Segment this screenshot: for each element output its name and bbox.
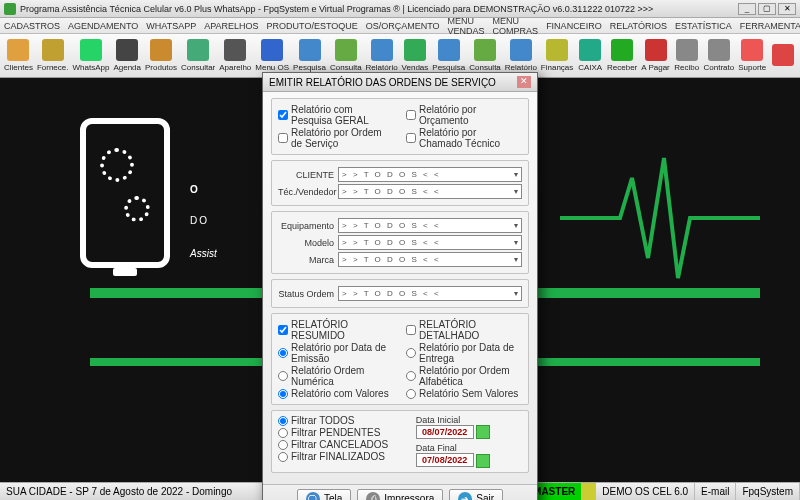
menu-produto-estoque[interactable]: PRODUTO/ESTOQUE xyxy=(267,21,358,31)
toolbar-icon xyxy=(676,39,698,61)
toolbar-relatrio[interactable]: Relatório xyxy=(365,36,399,76)
label-data-inicial: Data Inicial xyxy=(416,415,522,425)
toolbar-suporte[interactable]: Suporte xyxy=(737,36,767,76)
toolbar-receber[interactable]: Receber xyxy=(606,36,638,76)
toolbar-menuos[interactable]: Menu OS xyxy=(254,36,290,76)
toolbar-relatrio[interactable]: Relatório xyxy=(504,36,538,76)
btn-impressora[interactable]: ⎙Impressora xyxy=(357,489,443,500)
toolbar-contrato[interactable]: Contrato xyxy=(703,36,736,76)
menu-cadastros[interactable]: CADASTROS xyxy=(4,21,60,31)
btn-tela[interactable]: 🖵Tela xyxy=(297,489,351,500)
rad-filtrar-pendentes[interactable]: Filtrar PENDENTES xyxy=(278,427,406,438)
label-modelo: Modelo xyxy=(278,238,338,248)
minimize-button[interactable]: _ xyxy=(738,3,756,15)
rad-com-valores[interactable]: Relatório com Valores xyxy=(278,388,394,399)
dialog-titlebar: EMITIR RELATÓRIO DAS ORDENS DE SERVIÇO ✕ xyxy=(263,73,537,92)
toolbar-label: Agenda xyxy=(113,63,141,72)
chk-orcamento[interactable]: Relatório por Orçamento xyxy=(406,104,522,126)
dialog-close-button[interactable]: ✕ xyxy=(517,76,531,88)
screen-icon: 🖵 xyxy=(306,492,320,500)
maximize-button[interactable]: ▢ xyxy=(758,3,776,15)
rad-data-emissao[interactable]: Relatório por Data de Emissão xyxy=(278,342,394,364)
rad-ordem-numerica[interactable]: Relatório Ordem Numérica xyxy=(278,365,394,387)
toolbar-icon xyxy=(546,39,568,61)
input-data-inicial[interactable]: 08/07/2022 xyxy=(416,425,474,439)
menu-aparelhos[interactable]: APARELHOS xyxy=(204,21,258,31)
chk-chamado-tecnico[interactable]: Relatório por Chamado Técnico xyxy=(406,127,522,149)
combo-marca[interactable]: > > T O D O S < < xyxy=(338,252,522,267)
toolbar-apagar[interactable]: A Pagar xyxy=(640,36,670,76)
toolbar-label: Relatório xyxy=(505,63,537,72)
toolbar-pesquisa[interactable]: Pesquisa xyxy=(292,36,327,76)
combo-cliente[interactable]: > > T O D O S < < xyxy=(338,167,522,182)
window-controls: _ ▢ ✕ xyxy=(738,3,796,15)
menubar: CADASTROS AGENDAMENTO WHATSAPP APARELHOS… xyxy=(0,18,800,34)
dialog-buttons: 🖵Tela ⎙Impressora ➔Sair xyxy=(263,484,537,500)
toolbar-icon xyxy=(611,39,633,61)
toolbar-label: Vendas xyxy=(402,63,429,72)
rad-ordem-alfabetica[interactable]: Relatório por Ordem Alfabética xyxy=(406,365,522,387)
btn-sair[interactable]: ➔Sair xyxy=(449,489,503,500)
toolbar-aparelho[interactable]: Aparelho xyxy=(218,36,252,76)
menu-financeiro[interactable]: FINANCEIRO xyxy=(546,21,602,31)
calendar-button-inicial[interactable] xyxy=(476,425,490,439)
toolbar-icon xyxy=(510,39,532,61)
menu-estatistica[interactable]: ESTATÍSTICA xyxy=(675,21,732,31)
toolbar-consulta[interactable]: Consulta xyxy=(329,36,363,76)
menu-relatorios[interactable]: RELATÓRIOS xyxy=(610,21,667,31)
toolbar-consulta[interactable]: Consulta xyxy=(468,36,502,76)
menu-os-orcamento[interactable]: OS/ORÇAMENTO xyxy=(366,21,440,31)
toolbar-label: Clientes xyxy=(4,63,33,72)
toolbar-clientes[interactable]: Clientes xyxy=(3,36,34,76)
input-data-final[interactable]: 07/08/2022 xyxy=(416,453,474,467)
chk-pesquisa-geral[interactable]: Relatório com Pesquisa GERAL xyxy=(278,104,394,126)
toolbar-whatsapp[interactable]: WhatsApp xyxy=(71,36,110,76)
menu-ferramentas[interactable]: FERRAMENTAS xyxy=(740,21,800,31)
toolbar-consultar[interactable]: Consultar xyxy=(180,36,216,76)
chk-resumido[interactable]: RELATÓRIO RESUMIDO xyxy=(278,319,394,341)
combo-tecnico[interactable]: > > T O D O S < < xyxy=(338,184,522,199)
toolbar-icon xyxy=(579,39,601,61)
toolbar-agenda[interactable]: Agenda xyxy=(112,36,142,76)
toolbar-icon xyxy=(645,39,667,61)
combo-modelo[interactable]: > > T O D O S < < xyxy=(338,235,522,250)
combo-equipamento[interactable]: > > T O D O S < < xyxy=(338,218,522,233)
toolbar-label: Contrato xyxy=(704,63,735,72)
toolbar-label: Consulta xyxy=(330,63,362,72)
toolbar-recibo[interactable]: Recibo xyxy=(673,36,701,76)
rad-filtrar-finalizados[interactable]: Filtrar FINALIZADOS xyxy=(278,451,406,462)
toolbar-finanas[interactable]: Finanças xyxy=(540,36,574,76)
menu-vendas[interactable]: MENU VENDAS xyxy=(448,16,485,36)
menu-agendamento[interactable]: AGENDAMENTO xyxy=(68,21,138,31)
toolbar-caixa[interactable]: CAIXA xyxy=(576,36,604,76)
rad-sem-valores[interactable]: Relatório Sem Valores xyxy=(406,388,522,399)
rad-data-entrega[interactable]: Relatório por Data de Entrega xyxy=(406,342,522,364)
rad-filtrar-cancelados[interactable]: Filtrar CANCELADOS xyxy=(278,439,406,450)
status-fpq[interactable]: FpqSystem xyxy=(736,483,800,500)
toolbar-icon xyxy=(741,39,763,61)
toolbar-vendas[interactable]: Vendas xyxy=(401,36,430,76)
toolbar-produtos[interactable]: Produtos xyxy=(144,36,178,76)
toolbar-icon xyxy=(772,44,794,66)
toolbar-fornece[interactable]: Fornece. xyxy=(36,36,70,76)
close-button[interactable]: ✕ xyxy=(778,3,796,15)
toolbar-icon xyxy=(116,39,138,61)
calendar-button-final[interactable] xyxy=(476,454,490,468)
gear-icon xyxy=(100,148,134,182)
label-data-final: Data Final xyxy=(416,443,522,453)
toolbar-exit[interactable] xyxy=(769,36,797,76)
menu-whatsapp[interactable]: WHATSAPP xyxy=(146,21,196,31)
toolbar-icon xyxy=(42,39,64,61)
chk-ordem-servico[interactable]: Relatório por Ordem de Serviço xyxy=(278,127,394,149)
menu-compras[interactable]: MENU COMPRAS xyxy=(493,16,539,36)
rad-filtrar-todos[interactable]: Filtrar TODOS xyxy=(278,415,406,426)
toolbar-pesquisa[interactable]: Pesquisa xyxy=(431,36,466,76)
combo-status[interactable]: > > T O D O S < < xyxy=(338,286,522,301)
status-email[interactable]: E-mail xyxy=(695,483,736,500)
background-logo xyxy=(80,118,170,268)
toolbar-label: Relatório xyxy=(366,63,398,72)
app-icon xyxy=(4,3,16,15)
gear-icon xyxy=(124,196,150,222)
toolbar-icon xyxy=(404,39,426,61)
chk-detalhado[interactable]: RELATÓRIO DETALHADO xyxy=(406,319,522,341)
